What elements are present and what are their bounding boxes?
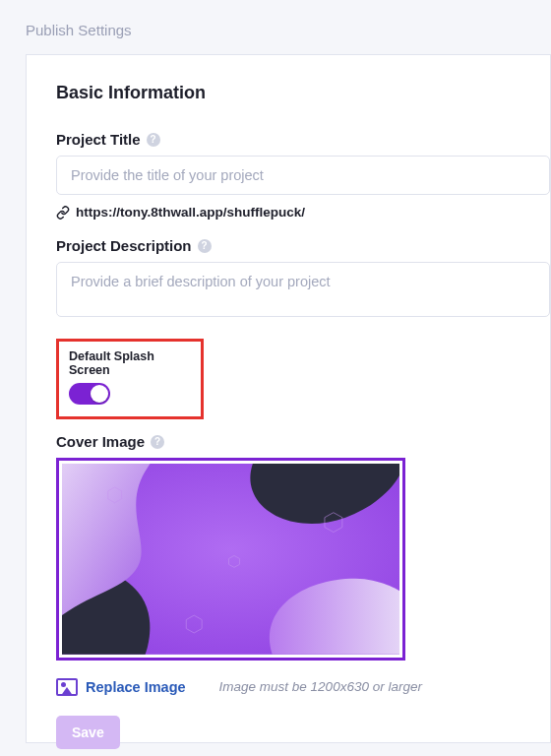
default-splash-toggle[interactable] [69,383,110,405]
help-icon[interactable]: ? [198,239,212,253]
basic-info-heading: Basic Information [56,83,550,103]
replace-image-button[interactable]: Replace Image [56,678,186,696]
cover-image-label: Cover Image [56,433,145,450]
cover-size-hint: Image must be 1200x630 or larger [219,679,422,694]
link-icon [56,206,70,220]
cover-image-preview [62,464,399,655]
cover-actions-row: Replace Image Image must be 1200x630 or … [56,678,550,696]
project-title-label: Project Title [56,131,141,148]
default-splash-label: Default Splash Screen [69,349,191,377]
cover-image-frame[interactable] [56,458,405,661]
project-url-row: https://tony.8thwall.app/shufflepuck/ [56,205,550,220]
project-url-text: https://tony.8thwall.app/shufflepuck/ [76,205,305,220]
page-title: Publish Settings [0,0,551,54]
replace-image-label: Replace Image [86,679,186,695]
save-button[interactable]: Save [56,716,120,749]
project-description-label: Project Description [56,237,192,254]
basic-information-card: Basic Information Project Title ? https:… [26,54,551,743]
help-icon[interactable]: ? [151,435,164,449]
project-description-group: Project Description ? [56,237,550,321]
help-icon[interactable]: ? [147,133,160,147]
image-icon [56,678,78,696]
default-splash-highlight: Default Splash Screen [56,339,204,419]
toggle-knob [91,385,108,403]
project-title-group: Project Title ? https://tony.8thwall.app… [56,131,550,220]
project-title-input[interactable] [56,156,550,195]
project-description-input[interactable] [56,262,550,317]
